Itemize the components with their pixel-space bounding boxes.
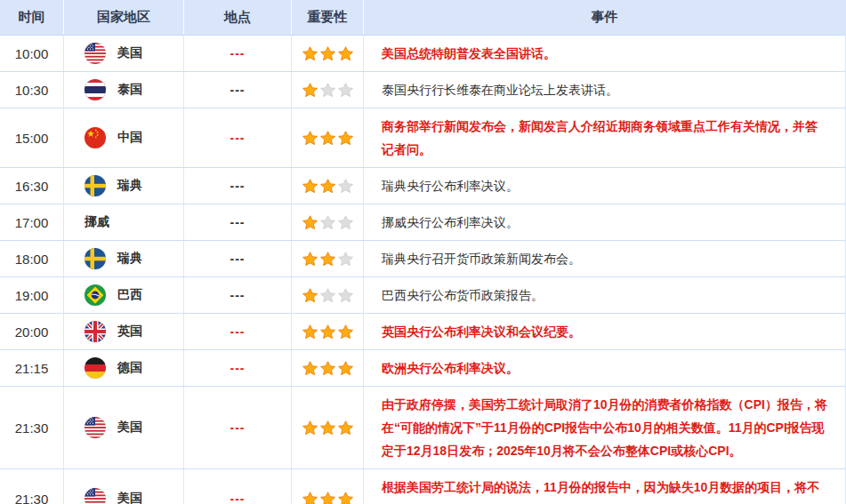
event-description: 根据美国劳工统计局的说法，11月份的报告中，因为缺失10月数据的项目，将不会公布… — [382, 476, 829, 504]
importance-stars-icon — [302, 215, 353, 229]
star-filled-icon — [338, 420, 353, 435]
country-name: 德国 — [117, 360, 142, 376]
star-filled-icon — [320, 252, 335, 266]
star-filled-icon — [338, 131, 353, 145]
importance-stars-icon — [302, 288, 353, 302]
star-filled-icon — [338, 324, 353, 339]
event-country: 英国 — [64, 314, 184, 349]
event-time: 21:30 — [0, 387, 64, 468]
event-importance — [292, 241, 364, 276]
star-filled-icon — [302, 46, 318, 60]
country-name: 美国 — [117, 491, 142, 504]
event-location: --- — [184, 168, 292, 204]
event-country: 泰国 — [64, 72, 184, 108]
event-time: 21:15 — [0, 350, 64, 386]
event-description: 英国央行公布利率决议和会议纪要。 — [382, 320, 581, 343]
column-header-time: 时间 — [0, 0, 64, 35]
star-empty-icon — [338, 83, 353, 97]
event-time: 16:30 — [0, 168, 64, 204]
event-row[interactable]: 18:00 瑞典 --- 瑞典央行召开货币政策新闻发布会。 — [0, 241, 845, 277]
event-country: 中国 — [64, 108, 184, 167]
country-name: 挪威 — [85, 214, 109, 230]
event-importance — [292, 36, 364, 71]
event-row[interactable]: 21:30 美国 --- 根据美国劳工统计局的说法，11月份的报告中，因为缺失1… — [0, 469, 845, 504]
star-filled-icon — [302, 179, 318, 193]
event-country: 巴西 — [64, 277, 184, 313]
event-location: --- — [184, 350, 292, 386]
star-filled-icon — [302, 492, 318, 504]
star-empty-icon — [320, 215, 335, 229]
star-filled-icon — [302, 288, 318, 302]
country-name: 瑞典 — [117, 251, 142, 267]
event-location: --- — [184, 314, 292, 349]
event-importance — [292, 387, 364, 468]
event-country: 挪威 — [64, 204, 184, 240]
importance-stars-icon — [302, 252, 353, 266]
country-name: 美国 — [117, 420, 142, 436]
flag-tha-icon — [85, 79, 106, 100]
event-importance — [292, 108, 364, 167]
star-filled-icon — [302, 215, 318, 229]
event-location: --- — [184, 204, 292, 240]
event-row[interactable]: 17:00 挪威 --- 挪威央行公布利率决议。 — [0, 204, 845, 241]
event-importance — [292, 350, 364, 386]
event-country: 德国 — [64, 350, 184, 386]
event-importance — [292, 204, 364, 240]
flag-swe-icon — [85, 175, 106, 196]
event-description-cell: 商务部举行新闻发布会，新闻发言人介绍近期商务领域重点工作有关情况，并答记者问。 — [364, 108, 845, 167]
column-header-country: 国家地区 — [64, 0, 184, 35]
star-filled-icon — [320, 492, 335, 504]
event-description-cell: 泰国央行行长维泰在商业论坛上发表讲话。 — [364, 72, 845, 108]
star-filled-icon — [320, 46, 335, 60]
event-row[interactable]: 19:00 巴西 --- 巴西央行公布货币政策报告。 — [0, 277, 845, 314]
star-filled-icon — [338, 46, 353, 60]
flag-usa-icon — [85, 417, 106, 438]
star-empty-icon — [320, 288, 335, 302]
event-description: 泰国央行行长维泰在商业论坛上发表讲话。 — [382, 78, 618, 101]
event-time: 20:00 — [0, 314, 64, 349]
event-row[interactable]: 15:00 中国 --- 商务部举行新闻发布会，新闻发言人介绍近期商务领域重点工… — [0, 108, 845, 168]
flag-gbr-icon — [85, 321, 106, 342]
star-filled-icon — [302, 131, 318, 145]
star-empty-icon — [338, 252, 353, 266]
event-description-cell: 瑞典央行公布利率决议。 — [364, 168, 845, 204]
table-body: 10:00 美国 --- 美国总统特朗普发表全国讲话。 10:30 泰国 ---… — [0, 36, 845, 504]
event-row[interactable]: 10:00 美国 --- 美国总统特朗普发表全国讲话。 — [0, 36, 845, 72]
event-importance — [292, 277, 364, 313]
event-importance — [292, 168, 364, 204]
country-name: 泰国 — [117, 82, 142, 98]
event-time: 10:30 — [0, 72, 64, 108]
column-header-event: 事件 — [364, 0, 845, 35]
star-filled-icon — [338, 492, 353, 504]
flag-usa-icon — [85, 488, 106, 504]
event-location: --- — [184, 241, 292, 276]
event-row[interactable]: 21:15 德国 --- 欧洲央行公布利率决议。 — [0, 350, 845, 387]
star-filled-icon — [338, 361, 353, 375]
event-country: 美国 — [64, 36, 184, 71]
event-description: 商务部举行新闻发布会，新闻发言人介绍近期商务领域重点工作有关情况，并答记者问。 — [382, 115, 829, 161]
star-filled-icon — [320, 324, 335, 339]
star-empty-icon — [338, 215, 353, 229]
event-location: --- — [184, 36, 292, 71]
importance-stars-icon — [302, 324, 353, 339]
event-importance — [292, 469, 364, 504]
country-name: 巴西 — [117, 287, 142, 303]
star-filled-icon — [320, 131, 335, 145]
event-description: 瑞典央行召开货币政策新闻发布会。 — [382, 247, 581, 270]
event-description: 由于政府停摆，美国劳工统计局取消了10月份的消费者价格指数（CPI）报告，将在“… — [382, 393, 829, 462]
event-description-cell: 欧洲央行公布利率决议。 — [364, 350, 845, 386]
event-importance — [292, 72, 364, 108]
event-row[interactable]: 10:30 泰国 --- 泰国央行行长维泰在商业论坛上发表讲话。 — [0, 72, 845, 108]
event-row[interactable]: 21:30 美国 --- 由于政府停摆，美国劳工统计局取消了10月份的消费者价格… — [0, 387, 845, 469]
event-row[interactable]: 16:30 瑞典 --- 瑞典央行公布利率决议。 — [0, 168, 845, 204]
event-description-cell: 瑞典央行召开货币政策新闻发布会。 — [364, 241, 845, 276]
star-filled-icon — [302, 83, 318, 97]
event-row[interactable]: 20:00 英国 --- 英国央行公布利率决议和会议纪要。 — [0, 314, 845, 350]
event-importance — [292, 314, 364, 349]
star-empty-icon — [338, 288, 353, 302]
event-location: --- — [184, 108, 292, 167]
star-filled-icon — [320, 420, 335, 435]
star-filled-icon — [302, 420, 318, 435]
event-country: 美国 — [64, 469, 184, 504]
event-country: 瑞典 — [64, 168, 184, 204]
